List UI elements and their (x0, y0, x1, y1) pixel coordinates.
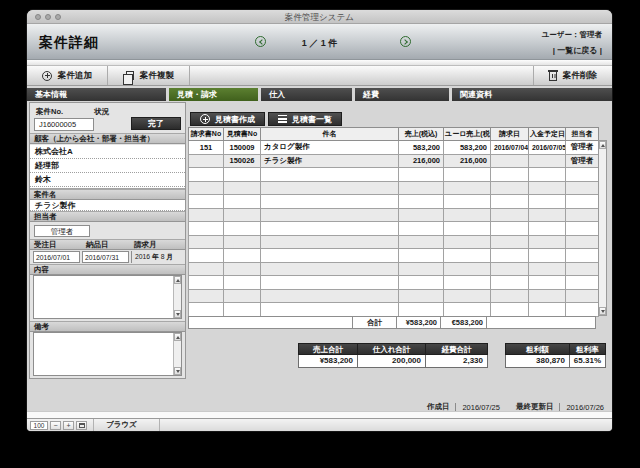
estimate-total-row: 合計 ¥583,200 €583,200 (188, 316, 596, 329)
cell (261, 249, 399, 263)
sales-total-value: ¥583,200 (298, 355, 358, 368)
customer-company[interactable]: 株式会社A (30, 145, 185, 159)
tab-expense[interactable]: 経費 (355, 88, 449, 101)
estimate-row[interactable] (189, 181, 599, 195)
remarks-scrollbar[interactable] (173, 333, 181, 375)
estimate-row[interactable] (189, 303, 599, 317)
estimate-row[interactable] (189, 168, 599, 182)
cell (261, 235, 399, 249)
billing-month-field[interactable]: 8 (161, 253, 165, 260)
scroll-up-icon[interactable] (174, 333, 181, 341)
zoom-out-button[interactable]: − (50, 421, 61, 430)
add-case-button[interactable]: 案件追加 (27, 66, 108, 85)
profit-margin-value: 65.31% (569, 355, 606, 368)
cell (189, 181, 224, 195)
cell (189, 208, 224, 222)
cell: 150009 (224, 141, 261, 155)
content-scrollbar[interactable] (173, 276, 181, 318)
estimate-row[interactable] (189, 249, 599, 263)
delivery-date-label: 納品日 (86, 240, 109, 250)
cell (261, 222, 399, 236)
back-to-list-link[interactable]: | 一覧に戻る | (542, 45, 602, 56)
total-label: 合計 (352, 316, 397, 329)
status-button[interactable]: 完了 (131, 117, 181, 130)
gross-profit-header: 粗利額 (505, 343, 570, 355)
cell (399, 181, 444, 195)
cell (566, 235, 599, 249)
estimate-row[interactable]: 150026チラシ製作216,000216,000管理者 (189, 154, 599, 168)
cell (491, 195, 529, 209)
close-window-icon[interactable] (35, 14, 41, 20)
mode-dropdown[interactable]: ブラウズ (94, 420, 153, 430)
estimate-row[interactable] (189, 222, 599, 236)
toolbar-toggle-button[interactable] (76, 421, 87, 430)
tab-purchase[interactable]: 仕入 (261, 88, 352, 101)
estimate-row[interactable]: 151150009カタログ製作583,200583,2002016/07/042… (189, 141, 599, 155)
estimate-row[interactable] (189, 289, 599, 303)
billing-month-unit: 月 (166, 253, 173, 260)
tab-estimate-invoice[interactable]: 見積・請求 (169, 88, 258, 101)
case-name-value[interactable]: チラシ製作 (30, 200, 185, 211)
cell (491, 154, 529, 168)
content-textarea[interactable] (33, 275, 182, 319)
tab-related-docs[interactable]: 関連資料 (452, 88, 612, 101)
cell (529, 208, 566, 222)
zoom-in-button[interactable]: + (63, 421, 74, 430)
cell: 216,000 (444, 154, 491, 168)
remarks-textarea[interactable] (33, 332, 182, 376)
estimate-row[interactable] (189, 195, 599, 209)
next-record-button[interactable] (400, 36, 411, 47)
cell (444, 276, 491, 290)
cell (529, 222, 566, 236)
cell (399, 168, 444, 182)
cell (491, 235, 529, 249)
estimate-table-body: 151150009カタログ製作583,200583,2002016/07/042… (189, 141, 599, 317)
window-titlebar[interactable]: 案件管理システム (27, 10, 612, 24)
sales-summary: 売上合計 ¥583,200 仕入れ合計 200,000 経費合計 2,330 (298, 343, 488, 368)
delete-case-button[interactable]: 案件削除 (533, 66, 612, 85)
scroll-down-icon[interactable] (174, 367, 181, 375)
case-name-section-header: 案件名 (30, 189, 185, 200)
trash-icon (549, 72, 557, 81)
cell (566, 208, 599, 222)
estimate-table-header-row: 請求書No見積書No件名売上(税込)ユーロ売上(税込)請求日入金予定日担当者 (189, 128, 599, 141)
scroll-up-icon[interactable] (599, 141, 606, 149)
customer-department[interactable]: 経理部 (30, 159, 185, 173)
order-date-label: 受注日 (34, 240, 57, 249)
estimate-row[interactable] (189, 276, 599, 290)
cell (224, 249, 261, 263)
customer-person[interactable]: 鈴木 (30, 173, 185, 187)
order-date-field[interactable]: 2016/07/01 (33, 251, 80, 263)
estimate-list-button[interactable]: 見積書一覧 (268, 112, 342, 126)
cell (399, 262, 444, 276)
estimate-row[interactable] (189, 208, 599, 222)
cell (491, 303, 529, 317)
create-estimate-button[interactable]: 見積書作成 (190, 112, 265, 126)
purchase-total-header: 仕入れ合計 (357, 343, 426, 355)
minimize-window-icon[interactable] (45, 14, 51, 20)
page-header: 案件詳細 1 ／ 1 件 ユーザー：管理者 | 一覧に戻る | (27, 24, 612, 60)
table-scrollbar[interactable] (598, 140, 607, 316)
zoom-level-field[interactable]: 100 (30, 421, 48, 430)
duplicate-case-button[interactable]: 案件複製 (108, 66, 190, 85)
billing-year-field[interactable]: 2016 (135, 253, 150, 260)
case-no-field[interactable]: J16000005 (34, 118, 94, 131)
dates-section-header: 受注日 納品日 請求月 (30, 239, 185, 250)
user-info: ユーザー：管理者 | 一覧に戻る | (542, 30, 602, 56)
scroll-down-icon[interactable] (174, 310, 181, 318)
column-header: 入金予定日 (529, 128, 566, 141)
circle-plus-icon (200, 114, 210, 124)
cell: 管理者 (566, 154, 599, 168)
zoom-window-icon[interactable] (55, 14, 61, 20)
estimate-row[interactable] (189, 262, 599, 276)
copy-icon (126, 71, 134, 80)
scroll-down-icon[interactable] (599, 307, 606, 315)
manager-field[interactable]: 管理者 (34, 225, 90, 237)
scroll-up-icon[interactable] (174, 276, 181, 284)
column-header: 担当者 (566, 128, 599, 141)
cell (491, 289, 529, 303)
estimate-row[interactable] (189, 235, 599, 249)
circle-plus-icon (42, 71, 52, 81)
delivery-date-field[interactable]: 2016/07/31 (82, 251, 129, 263)
tab-basic-info[interactable]: 基本情報 (27, 88, 166, 101)
